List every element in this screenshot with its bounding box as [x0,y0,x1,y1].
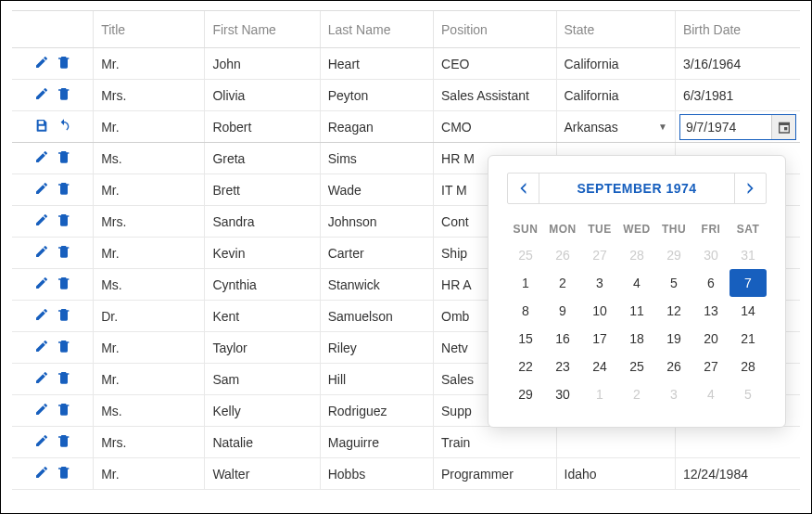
delete-button[interactable] [57,276,71,293]
edit-button[interactable] [34,181,49,199]
cell-position[interactable]: CMO [434,111,556,143]
delete-button[interactable] [57,433,71,451]
cell-actions [12,238,94,269]
edit-button[interactable] [34,276,49,293]
cell-title[interactable]: Mr. [94,111,205,143]
calendar-day[interactable]: 3 [655,380,692,408]
cell-actions [12,395,94,427]
calendar-day[interactable]: 30 [692,241,730,269]
cell-birth[interactable]: 9/7/1974 [675,111,800,143]
col-header-state[interactable]: State [556,11,675,48]
revert-button[interactable] [57,118,71,135]
col-header-first[interactable]: First Name [205,11,320,48]
chevron-down-icon[interactable]: ▼ [658,122,667,132]
calendar-day[interactable]: 19 [655,325,692,353]
col-header-title[interactable]: Title [94,11,205,48]
calendar-day[interactable]: 29 [655,241,692,269]
calendar-day[interactable]: 27 [581,241,618,269]
calendar-day[interactable]: 22 [507,353,544,380]
pencil-icon [34,276,49,290]
calendar-day[interactable]: 6 [692,269,730,297]
edit-button[interactable] [34,339,49,356]
cell-title: Ms. [94,143,205,174]
calendar-day[interactable]: 26 [544,241,581,269]
edit-button[interactable] [34,149,49,167]
edit-button[interactable] [34,55,49,72]
cell-first[interactable]: Robert [205,111,320,143]
calendar-day[interactable]: 5 [730,380,767,408]
calendar-day[interactable]: 12 [655,297,692,325]
calendar-day[interactable]: 1 [507,269,544,297]
col-header-last[interactable]: Last Name [320,11,433,48]
cell-birth [675,427,800,458]
birth-date-input[interactable]: 9/7/1974 [679,114,796,140]
edit-button[interactable] [34,402,49,419]
delete-button[interactable] [57,339,71,356]
calendar-prev-button[interactable] [508,173,539,203]
calendar-day[interactable]: 25 [618,353,655,380]
calendar-day[interactable]: 13 [692,297,730,325]
delete-button[interactable] [57,370,71,388]
col-header-position[interactable]: Position [434,11,556,48]
delete-button[interactable] [57,307,71,325]
delete-button[interactable] [57,244,71,262]
calendar-day[interactable]: 31 [730,241,767,269]
cell-state[interactable]: Arkansas▼ [556,111,675,143]
calendar-day[interactable]: 16 [544,325,581,353]
state-select-value[interactable]: Arkansas [565,120,618,135]
edit-button[interactable] [34,465,49,482]
col-header-birth[interactable]: Birth Date [675,11,800,48]
edit-button[interactable] [34,370,49,388]
calendar-title[interactable]: SEPTEMBER 1974 [577,181,696,196]
calendar-weekday: SAT [730,217,767,241]
delete-button[interactable] [57,55,71,72]
calendar-day[interactable]: 25 [507,241,544,269]
calendar-day[interactable]: 15 [507,325,544,353]
calendar-day[interactable]: 26 [655,353,692,380]
calendar-day[interactable]: 2 [618,380,655,408]
calendar-day[interactable]: 23 [544,353,581,380]
calendar-day[interactable]: 10 [581,297,618,325]
calendar-day[interactable]: 18 [618,325,655,353]
calendar-day[interactable]: 3 [581,269,618,297]
calendar-day[interactable]: 5 [655,269,692,297]
calendar-day[interactable]: 28 [730,353,767,380]
calendar-day[interactable]: 27 [692,353,730,380]
calendar-day[interactable]: 21 [730,325,767,353]
trash-icon [57,307,71,322]
calendar-day[interactable]: 17 [581,325,618,353]
calendar-day[interactable]: 1 [581,380,618,408]
calendar-day[interactable]: 9 [544,297,581,325]
calendar-day[interactable]: 24 [581,353,618,380]
edit-button[interactable] [34,212,49,230]
edit-button[interactable] [34,244,49,262]
calendar-day[interactable]: 4 [618,269,655,297]
cell-last[interactable]: Reagan [320,111,433,143]
save-button[interactable] [34,118,49,135]
calendar-day[interactable]: 11 [618,297,655,325]
calendar-next-button[interactable] [734,173,766,203]
delete-button[interactable] [57,181,71,199]
cell-last: Samuelson [320,301,433,332]
calendar-day[interactable]: 7 [730,269,767,297]
calendar-day[interactable]: 2 [544,269,581,297]
delete-button[interactable] [57,86,71,104]
delete-button[interactable] [57,465,71,482]
calendar-day[interactable]: 28 [618,241,655,269]
open-datepicker-button[interactable] [771,115,795,139]
delete-button[interactable] [57,402,71,419]
calendar-day[interactable]: 4 [692,380,730,408]
delete-button[interactable] [57,212,71,230]
calendar-day[interactable]: 14 [730,297,767,325]
edit-button[interactable] [34,307,49,325]
cell-title: Ms. [94,395,205,427]
calendar-day[interactable]: 8 [507,297,544,325]
calendar-day[interactable]: 29 [507,380,544,408]
edit-button[interactable] [34,433,49,451]
edit-button[interactable] [34,86,49,104]
delete-button[interactable] [57,149,71,167]
cell-first: Cynthia [205,269,320,301]
cell-title: Ms. [94,269,205,301]
calendar-day[interactable]: 20 [692,325,730,353]
calendar-day[interactable]: 30 [544,380,581,408]
